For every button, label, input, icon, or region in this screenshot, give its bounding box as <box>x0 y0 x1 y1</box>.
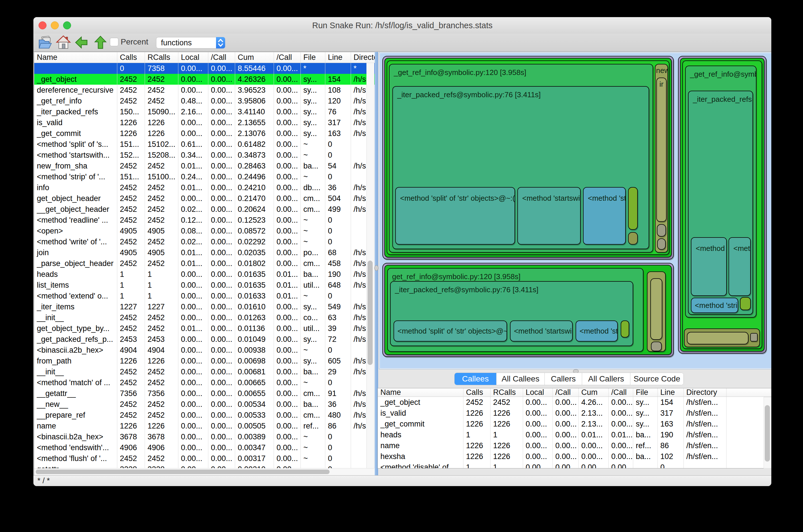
column-header[interactable]: Local <box>523 388 553 397</box>
treemap-box-small-5[interactable] <box>651 342 662 351</box>
tab-source-code[interactable]: Source Code <box>631 373 683 385</box>
column-header[interactable]: Cum <box>579 388 609 397</box>
treemap-box-method-str-1[interactable]: <method 'str <box>583 187 626 245</box>
table-row[interactable]: <method 'strip' of '...151...15100...0.2… <box>34 171 375 182</box>
title-bar[interactable]: Run Snake Run: /h/sf/log/is_valid_branch… <box>33 17 771 34</box>
table-row[interactable]: _get_object245224520.00...0.00...4.26...… <box>378 397 771 408</box>
treemap-box-small-7[interactable] <box>740 297 751 310</box>
tab-all-callers[interactable]: All Callers <box>582 373 631 385</box>
treemap-box-method-split-2[interactable]: <method 'split' of 'str' objects>@~ <box>394 320 507 342</box>
treemap-box-small-4[interactable] <box>628 232 638 245</box>
table-row[interactable]: <binascii.a2b_hex>490449040.00...0.00...… <box>34 345 375 356</box>
table-row[interactable]: is_valid122612260.00...0.00...2.136550.0… <box>34 117 375 128</box>
callees-scrollbar-thumb[interactable] <box>765 405 770 461</box>
table-row[interactable]: <method 'match' of ...245224520.00...0.0… <box>34 377 375 388</box>
table-row[interactable]: join490549050.01...0.00...0.020350.00...… <box>34 247 375 258</box>
column-header[interactable]: Name <box>378 388 463 397</box>
vertical-scrollbar[interactable] <box>366 63 375 469</box>
table-row[interactable]: <binascii.b2a_hex>367836780.00...0.00...… <box>34 431 375 442</box>
back-button[interactable] <box>74 35 89 50</box>
table-row[interactable]: is_valid122612260.00...0.00...2.13...0.0… <box>378 408 771 419</box>
table-row[interactable]: heads110.00...0.00...0.01...0.01...ba...… <box>378 429 771 440</box>
table-row[interactable]: from_path122612260.00...0.00...0.006980.… <box>34 356 375 366</box>
treemap-box-method-split-1[interactable]: <method 'split' of 'str' objects>@~:( <box>395 187 515 245</box>
home-button[interactable] <box>56 35 71 50</box>
table-row[interactable]: __get_object_header245224520.02...0.00..… <box>34 204 375 215</box>
tab-callers[interactable]: Callers <box>545 373 582 385</box>
column-header[interactable]: Local <box>178 52 208 63</box>
column-header[interactable]: RCalls <box>145 52 178 63</box>
treemap-box-method-startswith-1[interactable]: <method 'startswit <box>517 187 581 245</box>
table-row[interactable]: __getattr__735673560.00...0.00...0.00655… <box>34 388 375 399</box>
table-row[interactable]: <method 'startswith...152...15208...0.34… <box>34 150 375 160</box>
table-row[interactable]: __new__245224520.00...0.00...0.005340.00… <box>34 399 375 410</box>
table-row[interactable]: getattr333833380.00...0.00...0.003100.00… <box>34 464 375 469</box>
table-row[interactable]: __prepare_ref245224520.00...0.00...0.005… <box>34 410 375 420</box>
column-header[interactable]: Line <box>658 388 684 397</box>
treemap-box-small-2[interactable] <box>657 238 666 250</box>
table-row[interactable]: <open>490549050.08...0.00...0.085720.00.… <box>34 226 375 236</box>
column-header[interactable]: Cum <box>235 52 274 63</box>
table-row[interactable]: <method 'extend' o...110.00...0.00...0.0… <box>34 290 375 301</box>
treemap-box-ir[interactable]: ir <box>656 78 667 222</box>
table-row[interactable]: info245224520.01...0.00...0.242100.00...… <box>34 182 375 193</box>
table-row[interactable]: heads110.00...0.00...0.016350.01...ba...… <box>34 269 375 280</box>
tab-callees[interactable]: Callees <box>455 373 496 385</box>
treemap-box-method-startswith-2[interactable]: <method 'startswi <box>510 320 573 342</box>
table-row[interactable]: 073580.00...0.00...8.554460.00...** <box>34 63 375 74</box>
column-header[interactable]: Calls <box>463 388 491 397</box>
treemap-canvas[interactable]: _get_ref_info@symbolic.py:120 [3.958s] n… <box>379 53 771 369</box>
view-mode-select[interactable]: functions <box>156 37 225 49</box>
treemap-box-method-s-3[interactable]: <method 's <box>691 237 727 296</box>
callees-vertical-scrollbar[interactable] <box>764 397 771 469</box>
horizontal-scrollbar-thumb[interactable] <box>36 470 330 474</box>
function-table[interactable]: 073580.00...0.00...8.554460.00...**_get_… <box>34 63 375 469</box>
treemap-box-olive-pill-3[interactable] <box>687 332 748 344</box>
column-header[interactable]: /Call <box>609 388 633 397</box>
table-row[interactable]: _iter_items122712270.00...0.00...0.01610… <box>34 301 375 312</box>
treemap-box-small-8[interactable] <box>750 333 758 342</box>
percent-checkbox[interactable] <box>110 38 118 46</box>
treemap-box-small-1[interactable] <box>657 224 666 236</box>
treemap-box-small-3[interactable] <box>628 187 638 230</box>
table-row[interactable]: _parse_object_header245224520.01...0.00.… <box>34 258 375 269</box>
column-header[interactable]: Calls <box>117 52 145 63</box>
callees-table[interactable]: _get_object245224520.00...0.00...4.26...… <box>378 397 771 468</box>
column-header[interactable]: Name <box>34 52 117 63</box>
column-header[interactable]: File <box>301 52 325 63</box>
table-row[interactable]: list_items110.00...0.00...0.016350.01...… <box>34 280 375 290</box>
table-row[interactable]: _get_commit122612260.00...0.00...2.13076… <box>34 128 375 139</box>
table-row[interactable]: <method 'flush' of '...245224520.00...0.… <box>34 453 375 464</box>
table-row[interactable]: __init__245224520.00...0.00...0.012630.0… <box>34 312 375 323</box>
tab-all-callees[interactable]: All Callees <box>496 373 545 385</box>
treemap-box-small-6[interactable] <box>621 320 629 338</box>
table-row[interactable]: dereference_recursive245224520.00...0.00… <box>34 85 375 96</box>
table-row[interactable]: _get_ref_info245224520.48...0.00...3.958… <box>34 96 375 106</box>
column-header[interactable]: RCalls <box>491 388 523 397</box>
table-row[interactable]: <method 'disable' of...110.00...0.00...0… <box>378 462 771 468</box>
table-row[interactable]: <method 'endswith'...490649060.00...0.00… <box>34 442 375 453</box>
column-header[interactable]: Directory <box>684 388 727 397</box>
table-row[interactable]: get_object_type_by...245224520.01...0.00… <box>34 323 375 334</box>
vertical-scrollbar-thumb[interactable] <box>367 261 373 365</box>
table-row[interactable]: _get_object245224520.00...0.00...4.26326… <box>34 74 375 85</box>
column-header[interactable]: /Call <box>274 52 301 63</box>
table-row[interactable]: name122612260.00...0.00...0.005050.00...… <box>34 420 375 431</box>
table-row[interactable]: hexsha122612260.00...0.00...0.00...0.00.… <box>378 451 771 462</box>
column-header[interactable]: /Call <box>208 52 235 63</box>
table-row[interactable]: __init__245224520.00...0.00...0.006810.0… <box>34 366 375 377</box>
column-header[interactable]: File <box>633 388 658 397</box>
table-row[interactable]: name122612260.00...0.00...0.00...0.00...… <box>378 440 771 451</box>
treemap-box-method-str-2[interactable]: <method 'sti <box>576 320 618 342</box>
table-row[interactable]: get_object_header245224520.00...0.00...0… <box>34 193 375 204</box>
table-row[interactable]: <method 'split' of 's...151...15102...0.… <box>34 139 375 150</box>
up-button[interactable] <box>93 35 108 50</box>
table-row[interactable]: <method 'readline' ...245224520.12...0.0… <box>34 215 375 226</box>
table-row[interactable]: _get_packed_refs_p...245324530.00...0.00… <box>34 334 375 345</box>
horizontal-scrollbar[interactable] <box>34 468 375 476</box>
table-row[interactable]: <method 'write' of '...245224520.02...0.… <box>34 236 375 247</box>
column-header[interactable]: Directory <box>351 52 375 63</box>
open-file-button[interactable] <box>38 35 53 50</box>
treemap-box-olive-pill-2[interactable] <box>650 278 662 340</box>
table-row[interactable]: new_from_sha245224520.01...0.00...0.2846… <box>34 160 375 171</box>
